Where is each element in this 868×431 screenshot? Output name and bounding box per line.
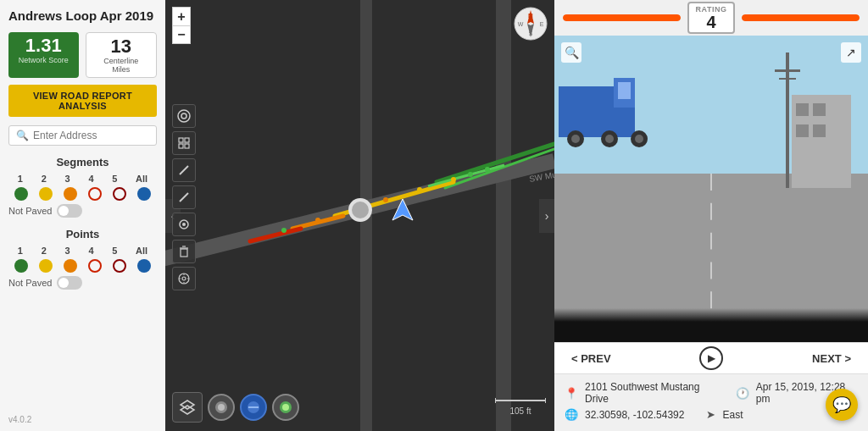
svg-point-29 [178,110,190,122]
style-btn-3[interactable] [272,394,299,421]
rating-bar: RATING 4 [554,0,868,36]
map-roads-svg: SW Mustang Dr [165,0,554,431]
svg-point-11 [468,172,473,177]
pt-dot-all[interactable] [137,259,151,273]
layers-button[interactable] [172,392,203,423]
seg-dot-2[interactable] [39,187,53,201]
segments-not-paved-toggle[interactable] [57,204,82,218]
rating-bar-right [742,14,860,21]
pt-rating-2: 2 [42,246,47,256]
svg-marker-21 [392,199,413,220]
pt-dot-2[interactable] [39,259,53,273]
svg-rect-34 [185,144,189,148]
network-score-value: 1.31 [17,36,70,56]
centerline-miles-box: 13 Centerline Miles [86,32,158,78]
rating-badge: RATING 4 [687,2,736,34]
seg-rating-all: All [136,174,147,184]
network-score-box: 1.31 Network Score [8,32,79,78]
pt-dot-3[interactable] [64,259,77,273]
slash-tool-1[interactable] [172,158,196,182]
pt-rating-3: 3 [65,246,70,256]
svg-text:N: N [528,12,533,19]
svg-point-15 [349,207,354,213]
seg-dot-1[interactable] [14,187,28,201]
pt-dot-5[interactable] [113,259,126,273]
svg-text:W: W [518,21,524,27]
svg-point-30 [181,113,186,119]
svg-point-70 [635,135,643,143]
svg-rect-73 [779,78,796,80]
sidebar-title: Andrews Loop Apr 2019 [8,8,157,24]
pt-rating-4: 4 [88,246,93,256]
map-tools [172,104,196,290]
pt-dot-4[interactable] [88,259,102,273]
zoom-out-button[interactable]: − [172,25,191,44]
view-report-button[interactable]: VIEW ROAD REPORT ANALYSIS [8,85,157,117]
svg-rect-77 [796,124,809,137]
rating-bar-right-fill [742,14,860,21]
centerline-miles-label: Centerline Miles [95,57,148,74]
photo-nav-bar: < PREV ▶ NEXT > [554,342,868,374]
clock-icon: 🕐 [736,387,749,400]
rating-bar-left [563,14,681,21]
play-button[interactable]: ▶ [699,346,723,370]
prev-button[interactable]: < PREV [571,352,611,365]
svg-marker-50 [181,406,194,414]
style-btn-1[interactable] [208,394,235,421]
map-nav-right[interactable]: › [539,199,554,233]
points-not-paved-toggle[interactable] [57,276,82,290]
right-panel: RATING 4 [554,0,868,431]
points-rating-row: 1 2 3 4 5 All [8,246,157,256]
seg-rating-3: 3 [65,174,70,184]
seg-rating-4: 4 [88,174,93,184]
svg-line-36 [180,166,188,174]
address-text: 2101 Southwest Mustang Drive [585,381,721,405]
search-icon: 🔍 [16,130,29,141]
map-background: SW Mustang Dr [165,0,554,431]
svg-line-9 [428,165,504,186]
network-score-label: Network Score [17,56,70,64]
svg-point-17 [281,228,287,233]
search-input[interactable] [33,130,149,141]
photo-placeholder [554,36,868,342]
svg-point-10 [485,167,490,172]
svg-point-14 [383,197,388,202]
score-row: 1.31 Network Score 13 Centerline Miles [8,32,157,78]
zoom-photo-button[interactable]: 🔍 [561,42,581,63]
pt-rating-all: All [136,246,147,256]
svg-rect-64 [618,82,631,99]
grid-tool[interactable] [172,131,196,155]
info-section: 📍 2101 Southwest Mustang Drive 🕐 Apr 15,… [554,374,868,431]
seg-dot-5[interactable] [113,187,126,201]
address-row: 📍 2101 Southwest Mustang Drive 🕐 Apr 15,… [565,381,858,405]
camera-tool[interactable] [172,104,196,128]
svg-rect-78 [813,124,826,137]
svg-point-19 [348,198,372,222]
target-tool[interactable] [172,267,196,290]
svg-rect-0 [165,0,554,431]
circle-tool[interactable] [172,213,196,236]
style-btn-2[interactable] [240,394,267,421]
seg-dot-all[interactable] [137,187,151,201]
search-box: 🔍 [8,125,157,146]
svg-text:S: S [529,30,533,36]
trash-tool[interactable] [172,240,196,263]
pt-dot-1[interactable] [14,259,28,273]
zoom-in-button[interactable]: + [172,7,191,25]
svg-rect-2 [360,0,372,431]
svg-rect-71 [786,52,789,188]
svg-line-4 [437,144,554,182]
svg-rect-72 [775,69,800,72]
sidebar: Andrews Loop Apr 2019 1.31 Network Score… [0,0,165,431]
slash-tool-2[interactable] [172,185,196,209]
chat-button[interactable]: 💬 [826,389,858,421]
expand-photo-button[interactable]: ↗ [841,42,861,63]
svg-line-8 [250,229,301,241]
next-button[interactable]: NEXT > [812,352,851,365]
seg-dot-3[interactable] [64,187,77,201]
segments-title: Segments [8,156,157,169]
map-area[interactable]: SW Mustang Dr ‹ › + − N S W E [165,0,554,431]
seg-dot-4[interactable] [88,187,102,201]
scale-bar: 105 ft [495,396,546,416]
direction-icon: ➤ [706,408,715,421]
